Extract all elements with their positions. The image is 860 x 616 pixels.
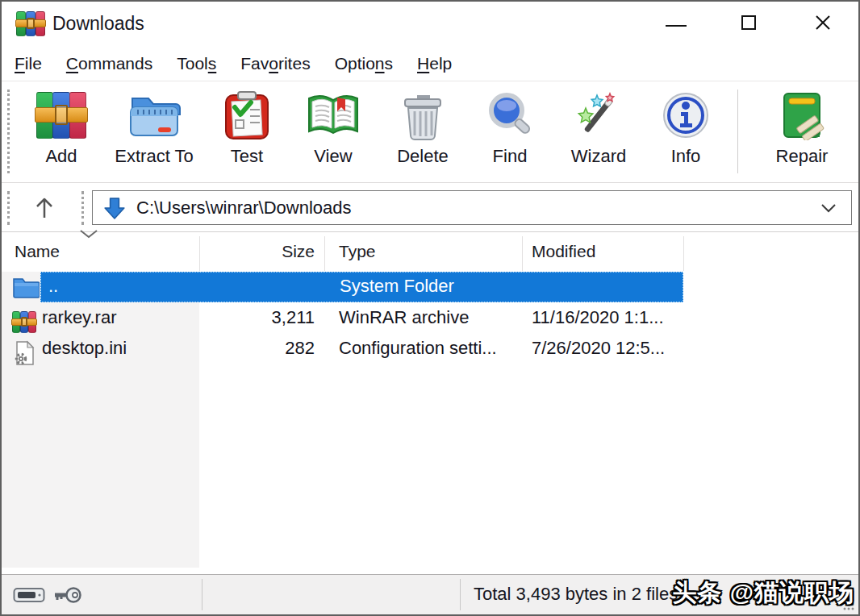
column-header-type[interactable]: Type <box>324 242 522 261</box>
address-gripper[interactable] <box>7 191 10 225</box>
up-button[interactable] <box>18 189 71 227</box>
row-modified: 11/16/2020 1:1... <box>522 307 683 328</box>
info-button[interactable]: Info <box>645 88 726 178</box>
minimize-button[interactable] <box>653 2 699 44</box>
row-type: WinRAR archive <box>324 307 522 328</box>
info-circle-icon <box>662 89 710 141</box>
row-size: 3,211 <box>199 307 324 328</box>
row-name: .. <box>48 276 58 297</box>
magnifier-icon <box>485 89 535 141</box>
test-clipboard-icon <box>223 89 270 141</box>
row-type: System Folder <box>340 276 454 297</box>
window-title: Downloads <box>52 13 144 35</box>
view-book-icon <box>306 89 361 141</box>
close-icon <box>813 13 833 32</box>
trash-can-icon <box>401 89 445 141</box>
view-button[interactable]: View <box>289 88 378 178</box>
address-combobox[interactable]: C:\Users\winrar\Downloads <box>92 190 852 225</box>
row-size: 282 <box>199 338 324 359</box>
close-button[interactable] <box>800 2 845 44</box>
find-button[interactable]: Find <box>468 88 552 178</box>
magic-wand-icon <box>573 89 624 141</box>
table-row-desktop-ini[interactable]: desktop.ini 282 Configuration setti... 7… <box>2 333 683 364</box>
table-row-rarkey[interactable]: rarkey.rar 3,211 WinRAR archive 11/16/20… <box>2 302 683 333</box>
wizard-button[interactable]: Wizard <box>552 88 645 178</box>
extract-to-button[interactable]: Extract To <box>103 88 205 178</box>
toolbar: Add Extract To <box>2 81 858 183</box>
downloads-folder-icon <box>104 197 125 219</box>
column-header-size[interactable]: Size <box>199 242 324 261</box>
chevron-down-icon[interactable] <box>820 203 837 213</box>
menu-tools[interactable]: Tools <box>177 54 216 73</box>
sort-chevron-icon <box>79 229 98 239</box>
selection-bar: .. System Folder <box>40 272 683 302</box>
winrar-books-icon <box>36 89 86 141</box>
title-bar: Downloads <box>2 2 858 46</box>
toolbar-separator <box>737 89 738 173</box>
table-row-parent-folder[interactable]: .. System Folder <box>2 272 683 302</box>
row-type: Configuration setti... <box>324 338 522 359</box>
up-arrow-icon <box>33 196 56 220</box>
row-modified: 7/26/2020 12:5... <box>522 338 683 359</box>
menu-help[interactable]: Help <box>417 54 452 73</box>
toolbar-gripper[interactable] <box>7 89 10 173</box>
file-list: Name Size Type Modified .. System Folder <box>2 232 858 575</box>
list-header: Name Size Type Modified <box>2 232 683 271</box>
status-total: Total 3,493 bytes in 2 files <box>474 584 678 605</box>
maximize-button[interactable] <box>726 2 771 44</box>
menu-commands[interactable]: Commands <box>66 54 152 73</box>
document-gear-icon <box>14 340 36 371</box>
test-button[interactable]: Test <box>205 88 289 178</box>
drive-icon[interactable] <box>13 585 45 605</box>
address-gripper-2[interactable] <box>81 191 84 225</box>
address-path: C:\Users\winrar\Downloads <box>136 198 820 219</box>
menu-file[interactable]: File <box>15 54 42 73</box>
menu-bar: File Commands Tools Favorites Options He… <box>2 46 858 81</box>
extract-folder-icon <box>127 89 181 141</box>
repair-book-icon <box>779 89 825 141</box>
column-header-modified[interactable]: Modified <box>522 242 683 261</box>
winrar-window: Downloads File Commands Tools Favorites … <box>0 0 860 616</box>
column-header-name[interactable]: Name <box>2 242 199 261</box>
row-name: desktop.ini <box>42 338 127 358</box>
watermark: 头条 @猫说职场 <box>672 576 854 610</box>
delete-button[interactable]: Delete <box>378 88 468 178</box>
menu-options[interactable]: Options <box>335 54 393 73</box>
add-button[interactable]: Add <box>19 88 103 178</box>
folder-icon <box>12 275 40 298</box>
key-icon[interactable] <box>53 585 82 606</box>
row-name: rarkey.rar <box>42 307 117 327</box>
repair-button[interactable]: Repair <box>749 88 854 178</box>
menu-favorites[interactable]: Favorites <box>240 54 310 73</box>
address-row: C:\Users\winrar\Downloads <box>2 183 858 232</box>
winrar-app-icon <box>16 11 45 36</box>
